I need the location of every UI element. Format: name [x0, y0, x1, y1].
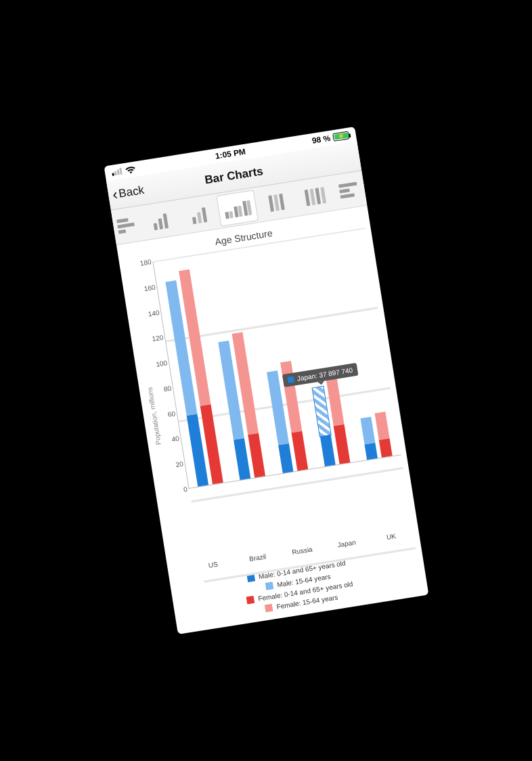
back-button[interactable]: ‹ Back: [107, 182, 145, 202]
y-tick-label: 140: [147, 309, 159, 318]
svg-rect-0: [112, 173, 114, 175]
bar-segment[interactable]: [234, 438, 250, 480]
wifi-icon: [125, 165, 137, 174]
bar-stack[interactable]: [374, 412, 392, 458]
x-tick-label: UK: [386, 532, 396, 541]
y-tick-label: 60: [167, 410, 176, 418]
bar-segment[interactable]: [333, 425, 350, 464]
bar-segment[interactable]: [379, 438, 393, 458]
y-tick-label: 120: [151, 334, 163, 343]
bar-segment[interactable]: [374, 412, 389, 440]
x-tick-label: US: [208, 561, 218, 569]
y-tick-label: 180: [139, 258, 152, 267]
page-title: Bar Charts: [204, 165, 264, 187]
bar-segment[interactable]: [278, 443, 292, 473]
bar-group[interactable]: [358, 411, 395, 460]
y-tick-label: 160: [143, 283, 156, 292]
battery-icon: ⚡: [332, 131, 350, 142]
bar-segment[interactable]: [291, 431, 308, 471]
y-tick-label: 100: [155, 359, 167, 368]
chart-plot-area[interactable]: Japan: 37 897 740: [152, 227, 401, 489]
chart-type-hbar2-icon[interactable]: [333, 173, 364, 207]
svg-rect-1: [114, 171, 116, 175]
tooltip-swatch-icon: [287, 376, 294, 383]
y-tick-label: 40: [171, 435, 179, 443]
bar-group[interactable]: [215, 332, 267, 481]
chart-container: Age Structure Population, millions 02040…: [116, 206, 428, 634]
back-label: Back: [117, 183, 144, 200]
bar-segment[interactable]: [248, 433, 265, 478]
svg-line-8: [217, 628, 428, 634]
chart-type-full-stacked2-icon[interactable]: [294, 178, 335, 213]
bar-segment[interactable]: [360, 416, 375, 445]
bar-stack[interactable]: [360, 416, 378, 460]
chevron-left-icon: ‹: [111, 187, 118, 202]
x-tick-label: Brazil: [248, 552, 266, 563]
chart-type-stacked-selected-icon[interactable]: [217, 190, 257, 225]
y-tick-label: 20: [175, 460, 183, 469]
status-time: 1:05 PM: [214, 147, 246, 161]
chart-type-hbar-icon[interactable]: [112, 209, 141, 242]
bar-segment[interactable]: [364, 443, 377, 460]
chart-type-full-stacked-icon[interactable]: [255, 184, 296, 219]
chart-type-bar-icon[interactable]: [139, 202, 179, 238]
bar-segment[interactable]: [312, 387, 330, 436]
y-tick-label: 80: [163, 385, 172, 393]
battery-percent: 98 %: [311, 133, 331, 146]
cellular-signal-icon: [111, 167, 123, 175]
chart-type-bar2-icon[interactable]: [178, 196, 219, 232]
y-tick-label: 0: [183, 485, 187, 494]
bar-group[interactable]: [309, 374, 352, 466]
bar-segment[interactable]: [319, 435, 335, 466]
phone-frame: 1:05 PM 98 % ⚡ ‹ Back Bar Charts: [104, 127, 428, 634]
svg-rect-2: [116, 169, 119, 175]
